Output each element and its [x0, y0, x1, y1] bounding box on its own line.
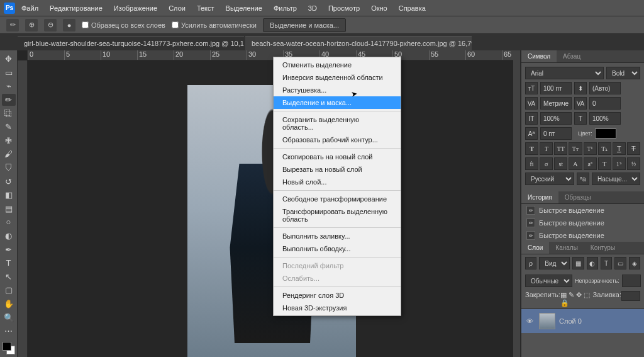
auto-enhance-checkbox[interactable]: Усилить автоматически	[172, 21, 257, 29]
gradient-tool[interactable]: ▤	[2, 203, 16, 215]
eraser-tool[interactable]: ◧	[2, 189, 16, 201]
context-item[interactable]: Отменить выделение	[274, 59, 401, 71]
brush-picker-icon[interactable]: ●	[63, 19, 75, 31]
blur-tool[interactable]: ○	[2, 216, 16, 229]
context-item[interactable]: Скопировать на новый слой	[274, 150, 401, 163]
filter-type-icon[interactable]: T	[601, 257, 612, 269]
tracking-input[interactable]	[589, 97, 621, 110]
quick-select-tool[interactable]: ✏	[2, 94, 16, 106]
context-item[interactable]: Новый слой...	[274, 176, 401, 188]
history-item[interactable]: ✏Быстрое выделение	[521, 217, 644, 229]
tab-character[interactable]: Символ	[521, 50, 557, 62]
context-item[interactable]: Вырезать на новый слой	[274, 163, 401, 176]
context-item[interactable]: Новая 3D-экструзия	[274, 302, 401, 314]
fractions-button[interactable]: T	[598, 157, 611, 170]
path-tool[interactable]: ↖	[2, 271, 16, 283]
menu-window[interactable]: Окно	[366, 2, 392, 14]
filter-smart-icon[interactable]: ◈	[629, 257, 640, 269]
tab-layers[interactable]: Слои	[521, 242, 549, 254]
font-weight-select[interactable]: Bold	[606, 67, 640, 79]
opacity-input[interactable]	[622, 275, 641, 287]
font-family-select[interactable]: Arial	[525, 67, 604, 79]
strike-button[interactable]: T	[627, 142, 640, 155]
hand-tool[interactable]: ✋	[2, 298, 16, 310]
language-select[interactable]: Русский	[525, 173, 574, 185]
tab-paths[interactable]: Контуры	[584, 242, 621, 254]
menu-filter[interactable]: Фильтр	[269, 2, 302, 14]
layer-thumbnail[interactable]	[539, 313, 555, 329]
eyedropper-tool[interactable]: ✎	[2, 121, 16, 133]
smallcaps-button[interactable]: Tт	[569, 142, 582, 155]
italic-button[interactable]: T	[540, 142, 553, 155]
lig-button[interactable]: fi	[525, 157, 538, 170]
crop-tool[interactable]: ⿻	[2, 107, 16, 120]
stamp-tool[interactable]: ⛉	[2, 162, 16, 174]
filter-adj-icon[interactable]: ◐	[587, 257, 598, 269]
visibility-icon[interactable]: 👁	[526, 317, 535, 325]
dodge-tool[interactable]: ◐	[2, 230, 16, 242]
text-color-swatch[interactable]	[595, 128, 616, 139]
lasso-tool[interactable]: ⌁	[2, 80, 16, 93]
tab-swatches[interactable]: Образцы	[558, 191, 597, 203]
layer-kind-select[interactable]: Вид	[539, 257, 570, 269]
menu-3d[interactable]: 3D	[303, 2, 322, 14]
history-item[interactable]: ✏Быстрое выделение	[521, 204, 644, 217]
half-button[interactable]: ½	[627, 157, 640, 170]
menu-file[interactable]: Файл	[16, 2, 43, 14]
menu-view[interactable]: Просмотр	[323, 2, 365, 14]
filter-pixel-icon[interactable]: ▦	[572, 257, 584, 269]
menu-select[interactable]: Выделение	[221, 2, 267, 14]
kerning-input[interactable]	[540, 97, 572, 110]
context-item[interactable]: Сохранить выделенную область...	[274, 113, 401, 133]
zoom-tool[interactable]: 🔍	[2, 311, 16, 324]
menu-layers[interactable]: Слои	[164, 2, 191, 14]
context-item[interactable]: Образовать рабочий контур...	[274, 133, 401, 146]
leading-input[interactable]	[589, 82, 621, 94]
context-item[interactable]: Свободное трансформирование	[274, 193, 401, 205]
antialiasing-select[interactable]: Насыще...	[592, 173, 640, 185]
tab-paragraph[interactable]: Абзац	[557, 50, 587, 62]
ordinal-button[interactable]: aª	[584, 157, 597, 170]
font-size-input[interactable]	[540, 82, 572, 94]
baseline-input[interactable]	[540, 127, 572, 140]
tab-history[interactable]: История	[521, 191, 558, 203]
menu-edit[interactable]: Редактирование	[45, 2, 108, 14]
brush-tool[interactable]: 🖌	[2, 148, 16, 161]
brush-add-icon[interactable]: ⊕	[25, 19, 38, 31]
doc-tab-2[interactable]: beach-sea-water-ocean-horizon-cloud-1417…	[245, 36, 472, 50]
brush-sub-icon[interactable]: ⊖	[44, 19, 57, 31]
filter-shape-icon[interactable]: ▭	[614, 257, 626, 269]
context-item[interactable]: Рендеринг слоя 3D	[274, 289, 401, 302]
stylistic-button[interactable]: st	[554, 157, 567, 170]
history-item[interactable]: ✏Быстрое выделение	[521, 229, 644, 242]
filter-kind-icon[interactable]: ρ	[525, 257, 536, 269]
tab-channels[interactable]: Каналы	[549, 242, 584, 254]
underline-button[interactable]: T	[613, 142, 626, 155]
move-tool[interactable]: ✥	[2, 53, 16, 65]
oldstyle-button[interactable]: σ	[540, 157, 553, 170]
layer-row[interactable]: 👁 Слой 0	[521, 309, 644, 333]
subscript-button[interactable]: T₁	[598, 142, 611, 155]
layer-name[interactable]: Слой 0	[559, 317, 582, 325]
context-item[interactable]: Выполнить заливку...	[274, 230, 401, 242]
titling-button[interactable]: A	[569, 157, 582, 170]
context-item[interactable]: Инверсия выделенной области	[274, 71, 401, 84]
panel-dock-strip[interactable]	[513, 50, 521, 357]
menu-text[interactable]: Текст	[192, 2, 219, 14]
more-tools[interactable]: ⋯	[2, 325, 16, 337]
pen-tool[interactable]: ✒	[2, 243, 16, 256]
bold-button[interactable]: T	[525, 142, 538, 155]
menu-help[interactable]: Справка	[394, 2, 431, 14]
select-mask-button[interactable]: Выделение и маска...	[263, 18, 346, 32]
superscript-button[interactable]: T¹	[584, 142, 597, 155]
color-swatches[interactable]	[3, 342, 15, 354]
canvas-area[interactable]: 0510152025303540455055606570 Отменить вы…	[18, 50, 513, 357]
hscale-input[interactable]	[589, 112, 621, 125]
first-button[interactable]: 1ˢ	[613, 157, 626, 170]
shape-tool[interactable]: ▢	[2, 284, 16, 297]
context-item[interactable]: Выполнить обводку...	[274, 242, 401, 255]
type-tool[interactable]: T	[2, 257, 16, 269]
allcaps-button[interactable]: TT	[554, 142, 567, 155]
vscale-input[interactable]	[540, 112, 572, 125]
context-item[interactable]: Выделение и маска...	[274, 96, 401, 109]
